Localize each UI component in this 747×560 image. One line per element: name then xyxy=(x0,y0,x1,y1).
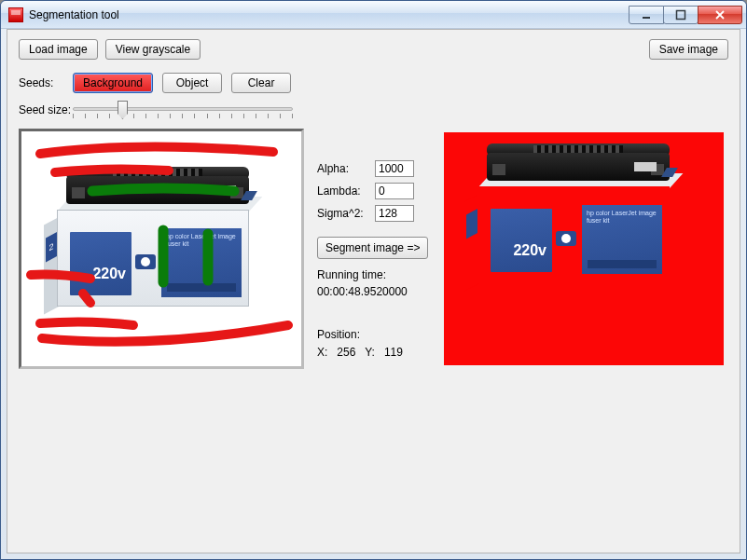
seed-clear-button[interactable]: Clear xyxy=(231,73,291,93)
titlebar[interactable]: Segmentation tool xyxy=(1,1,746,29)
result-voltage: 220v xyxy=(513,242,546,259)
lambda-input[interactable] xyxy=(375,183,414,199)
client-area: Load image View grayscale Save image See… xyxy=(7,29,740,553)
seed-size-label: Seed size: xyxy=(19,103,73,116)
close-icon xyxy=(714,9,726,20)
seed-object-button[interactable]: Object xyxy=(162,73,222,93)
position-y-label: Y: xyxy=(365,346,375,359)
view-grayscale-button[interactable]: View grayscale xyxy=(105,39,201,60)
close-button[interactable] xyxy=(698,6,742,24)
running-time-label: Running time: xyxy=(317,266,408,283)
position-y-value: 119 xyxy=(384,346,403,359)
window-controls xyxy=(629,6,742,24)
lambda-label: Lambda: xyxy=(317,184,369,198)
maximize-button[interactable] xyxy=(663,6,699,24)
alpha-label: Alpha: xyxy=(317,162,369,175)
minimize-icon xyxy=(641,9,652,20)
result-hp-logo-icon xyxy=(556,231,576,246)
slider-track xyxy=(73,107,293,111)
seeds-row: Seeds: Background Object Clear xyxy=(19,73,300,93)
seed-size-slider[interactable] xyxy=(73,97,293,123)
seeds-label: Seeds: xyxy=(19,76,73,89)
app-icon xyxy=(8,7,23,22)
source-image: 2 220v hp color LaserJet image fuser kit xyxy=(23,133,299,364)
sigma-label: Sigma^2: xyxy=(317,207,369,220)
result-desc: hp color LaserJet image fuser kit xyxy=(582,205,662,229)
position-label: Position: xyxy=(317,326,403,344)
top-toolbar: Load image View grayscale Save image xyxy=(19,39,728,60)
cursor-position-display: Position: X: 256 Y: 119 xyxy=(317,326,403,362)
alpha-input[interactable] xyxy=(375,160,414,177)
maximize-icon xyxy=(675,9,686,20)
sigma-input[interactable] xyxy=(375,205,414,222)
slider-ticks xyxy=(73,114,293,119)
load-image-button[interactable]: Load image xyxy=(19,39,98,60)
minimize-button[interactable] xyxy=(629,6,664,24)
position-x-value: 256 xyxy=(337,346,355,359)
source-image-panel[interactable]: 2 220v hp color LaserJet image fuser kit xyxy=(19,129,304,369)
svg-rect-1 xyxy=(677,10,685,19)
parameters-panel: Alpha: Lambda: Sigma^2: xyxy=(317,160,429,222)
seed-size-row: Seed size: xyxy=(19,97,293,123)
save-image-button[interactable]: Save image xyxy=(649,39,728,60)
window-title: Segmentation tool xyxy=(29,8,119,21)
svg-rect-0 xyxy=(643,17,650,19)
running-time-value: 00:00:48.9520000 xyxy=(317,283,408,300)
seed-scribbles xyxy=(23,133,299,364)
running-time-display: Running time: 00:00:48.9520000 xyxy=(317,266,408,300)
app-window: Segmentation tool Load image View graysc… xyxy=(0,0,747,560)
position-x-label: X: xyxy=(317,346,327,359)
seed-background-button[interactable]: Background xyxy=(73,73,153,93)
segment-image-button[interactable]: Segment image => xyxy=(317,237,428,259)
segmentation-result-panel: 220v hp color LaserJet image fuser kit xyxy=(444,132,724,365)
